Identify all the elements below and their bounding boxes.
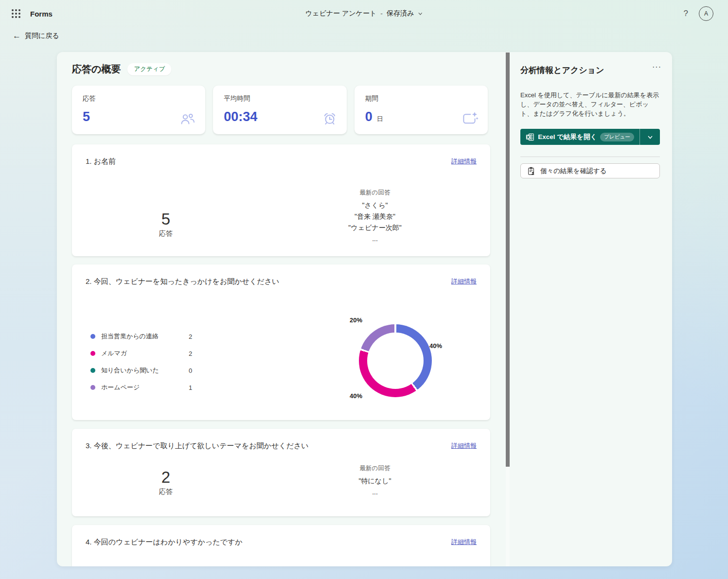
details-link[interactable]: 詳細情報 — [451, 157, 477, 166]
save-status: 保存済み — [387, 9, 414, 18]
latest-answer: "ウェビナー次郎" — [300, 222, 450, 233]
stats-row: 応答 5 平均時間 00:34 — [72, 86, 488, 134]
legend-dot — [90, 334, 95, 339]
stat-label: 応答 — [83, 94, 195, 103]
percent-label: 40% — [350, 392, 362, 400]
percent-label: 20% — [350, 316, 362, 324]
legend-count: 0 — [189, 367, 192, 374]
legend-count: 1 — [189, 384, 192, 391]
form-title: ウェビナー アンケート — [305, 9, 377, 18]
insights-description: Excel を使用して、テーブルに最新の結果を表示し、データの並べ替え、フィルタ… — [520, 90, 661, 118]
preview-badge: プレビュー — [600, 133, 634, 141]
stat-value: 5 — [83, 109, 90, 124]
latest-answers-header: 最新の回答 — [300, 464, 450, 473]
back-label: 質問に戻る — [25, 32, 59, 40]
clipboard-person-icon — [527, 167, 535, 175]
details-link[interactable]: 詳細情報 — [451, 441, 477, 450]
panel-scrollbar[interactable] — [506, 52, 510, 566]
stat-value: 0 — [365, 109, 373, 124]
donut-ring[interactable] — [359, 324, 432, 397]
percent-label: 40% — [429, 342, 442, 350]
excel-split-caret[interactable] — [639, 129, 660, 145]
donut-chart[interactable]: 20% 40% 40% — [331, 311, 458, 413]
insights-title: 分析情報とアクション — [520, 65, 604, 76]
details-link[interactable]: 詳細情報 — [451, 277, 477, 286]
details-link[interactable]: 詳細情報 — [451, 538, 477, 546]
response-count-label: 応答 — [86, 488, 246, 496]
question-title: 4. 今回のウェビナーはわかりやすかったですか — [86, 538, 243, 547]
stat-card-average-time: 平均時間 00:34 — [213, 86, 346, 134]
title-separator: - — [380, 10, 383, 18]
legend-item: 担当営業からの連絡 2 — [90, 332, 251, 341]
legend-item: メルマガ 2 — [90, 349, 251, 358]
excel-button-label: Excel で結果を開く — [538, 133, 597, 141]
legend-label: 知り合いから聞いた — [101, 366, 169, 375]
legend-item: ホームページ 1 — [90, 383, 251, 392]
question-title: 2. 今回、ウェビナーを知ったきっかけをお聞かせください — [86, 277, 279, 286]
chevron-down-icon — [647, 134, 653, 140]
sidebar-divider — [520, 157, 660, 157]
latest-answers-header: 最新の回答 — [300, 189, 450, 197]
latest-answer: "特になし" — [300, 475, 450, 487]
legend-count: 2 — [189, 333, 192, 340]
scrollbar-thumb[interactable] — [506, 53, 510, 467]
back-to-questions-link[interactable]: ← 質問に戻る — [0, 27, 59, 41]
responses-panel: 応答の概要 アクティブ 応答 5 平均時間 00:34 — [57, 52, 672, 566]
review-individual-results-button[interactable]: 個々の結果を確認する — [520, 163, 660, 178]
status-badge: アクティブ — [127, 63, 171, 75]
insights-sidebar: 分析情報とアクション ··· Excel を使用して、テーブルに最新の結果を表示… — [510, 52, 672, 566]
response-count: 5 — [86, 210, 246, 228]
question-card-3: 3. 今後、ウェビナーで取り上げて欲しいテーマをお聞かせください 詳細情報 2 … — [72, 429, 490, 516]
latest-answer: "さくら" — [300, 200, 450, 211]
legend-count: 2 — [189, 350, 192, 357]
app-launcher-icon[interactable] — [8, 5, 24, 22]
people-icon — [179, 112, 196, 126]
form-title-group[interactable]: ウェビナー アンケート - 保存済み — [305, 9, 423, 18]
stat-card-duration: 期間 0 日 — [355, 86, 488, 134]
review-button-label: 個々の結果を確認する — [540, 167, 606, 175]
legend-dot — [90, 368, 95, 373]
question-card-1: 1. お名前 詳細情報 5 応答 最新の回答 "さくら" "音来 瀬美奈" "ウ… — [72, 144, 490, 256]
legend-label: 担当営業からの連絡 — [101, 332, 169, 341]
excel-icon — [526, 133, 534, 141]
latest-answers-ellipsis: ... — [300, 487, 450, 498]
question-card-4: 4. 今回のウェビナーはわかりやすかったですか 詳細情報 — [72, 525, 490, 566]
question-title: 1. お名前 — [86, 157, 116, 166]
help-button[interactable]: ? — [684, 9, 688, 18]
question-card-2: 2. 今回、ウェビナーを知ったきっかけをお聞かせください 詳細情報 担当営業から… — [72, 264, 490, 420]
legend-dot — [90, 351, 95, 356]
app-name: Forms — [30, 10, 53, 18]
stat-label: 平均時間 — [224, 94, 336, 103]
back-arrow-icon: ← — [13, 31, 21, 41]
legend-label: ホームページ — [101, 383, 169, 392]
response-count: 2 — [86, 468, 246, 487]
alarm-clock-icon — [321, 111, 338, 126]
top-bar: Forms ウェビナー アンケート - 保存済み ? A — [0, 0, 728, 27]
legend-label: メルマガ — [101, 349, 169, 358]
calendar-sparkle-icon — [462, 111, 479, 126]
open-in-excel-button[interactable]: Excel で結果を開く プレビュー — [520, 129, 660, 145]
latest-answers-ellipsis: ... — [300, 233, 450, 245]
legend-item: 知り合いから聞いた 0 — [90, 366, 251, 375]
stat-card-responses: 応答 5 — [72, 86, 205, 134]
response-count-label: 応答 — [86, 229, 246, 238]
more-options-icon[interactable]: ··· — [652, 65, 661, 70]
legend-dot — [90, 385, 95, 390]
stat-value: 00:34 — [224, 109, 257, 124]
chart-legend: 担当営業からの連絡 2 メルマガ 2 知り合いから聞いた 0 ホームページ 1 — [90, 332, 251, 413]
chevron-down-icon — [418, 11, 423, 16]
latest-answer: "音来 瀬美奈" — [300, 211, 450, 222]
question-title: 3. 今後、ウェビナーで取り上げて欲しいテーマをお聞かせください — [86, 441, 309, 451]
page-title: 応答の概要 — [72, 63, 121, 76]
stat-unit: 日 — [377, 115, 383, 123]
stat-label: 期間 — [365, 94, 477, 103]
avatar[interactable]: A — [699, 6, 713, 21]
